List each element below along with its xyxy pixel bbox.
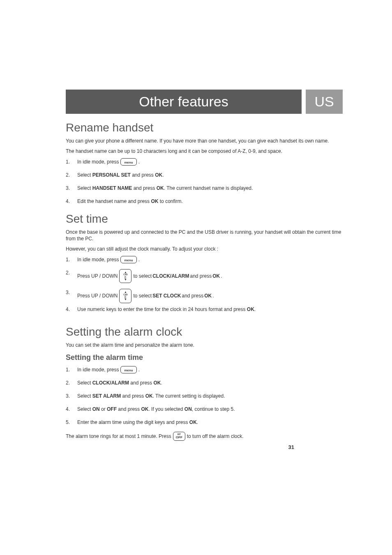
step-text: and press	[182, 292, 204, 299]
updown-key-icon: ▲ CID ▯ ▼	[119, 289, 131, 303]
ok-label: OK	[155, 172, 162, 178]
step-text: Select	[77, 185, 92, 191]
settime-step-2: Press UP / DOWN ▲ CID ▯ ▼ to select CLOC…	[66, 269, 343, 283]
ok-label: OK	[247, 306, 254, 312]
settime-step-1: In idle mode, press menu .	[66, 256, 343, 263]
rename-step-2: Select PERSONAL SET and press OK.	[66, 171, 343, 179]
alarm-footer: The alarm tone rings for at most 1 minut…	[66, 432, 343, 441]
step-text: and press	[129, 380, 153, 386]
settime-step-4: Use numeric keys to enter the time for t…	[66, 306, 343, 313]
step-text: to select	[133, 272, 152, 280]
step-text: , continue to step 5.	[192, 406, 235, 412]
footer-text: to turn off the alarm clock.	[187, 433, 244, 440]
step-text: and press	[132, 185, 156, 191]
alarm-step-2: Select CLOCK/ALARM and press OK.	[66, 379, 343, 387]
ok-label: OK	[151, 198, 158, 204]
menu-key-icon: menu	[120, 256, 136, 263]
step-text: Press UP / DOWN	[77, 292, 118, 299]
ok-label: OK	[141, 406, 148, 412]
step-text: .	[162, 172, 164, 178]
menu-item: SET CLOCK	[152, 292, 181, 299]
rename-step-3: Select HANDSET NAME and press OK. The cu…	[66, 184, 343, 192]
step-text: In idle mode, press	[77, 366, 119, 373]
alarm-step-4: Select ON or OFF and press OK. If you se…	[66, 405, 343, 413]
menu-item: PERSONAL SET	[92, 172, 131, 178]
rename-intro-1: You can give your phone a different name…	[66, 138, 343, 145]
off-label: OFF	[176, 436, 182, 439]
settime-step-3: Press UP / DOWN ▲ CID ▯ ▼ to select SET …	[66, 289, 343, 303]
step-text: Press UP / DOWN	[77, 272, 118, 280]
page-content: Other features US Rename handset You can…	[0, 0, 392, 469]
rename-intro-2: The handset name can be up to 10 charact…	[66, 148, 343, 155]
step-text: .	[254, 306, 256, 312]
step-text: Select	[77, 380, 92, 386]
step-text: .	[197, 419, 198, 425]
settime-steps: In idle mode, press menu . Press UP / DO…	[66, 256, 343, 313]
ok-label: OK	[204, 292, 212, 299]
step-text: Select	[77, 393, 92, 399]
menu-key-icon: menu	[120, 366, 136, 373]
menu-item: SET ALARM	[92, 393, 121, 399]
alarm-intro-1: You can set the alarm time and personali…	[66, 342, 343, 349]
footer-text: The alarm tone rings for at most 1 minut…	[66, 433, 171, 440]
step-text: and press	[190, 272, 212, 280]
alarm-step-3: Select SET ALARM and press OK. The curre…	[66, 392, 343, 400]
title-bar: Other features US	[66, 90, 343, 114]
off-key-icon: INT OFF	[173, 432, 185, 441]
step-text: Select	[77, 172, 92, 178]
ok-label: OK	[153, 380, 161, 386]
step-text: .	[161, 380, 162, 386]
step-text: .	[138, 366, 140, 373]
settime-intro-2: However, you can still adjust the clock …	[66, 246, 343, 253]
off-label: OFF	[107, 406, 117, 412]
step-text: . If you selected	[148, 406, 184, 412]
menu-key-icon: menu	[120, 158, 136, 166]
step-text: In idle mode, press	[77, 158, 119, 166]
step-text: and press	[121, 393, 145, 399]
region-badge: US	[306, 90, 343, 114]
ok-label: OK	[145, 393, 153, 399]
alarm-heading: Setting the alarm clock	[66, 325, 343, 339]
settime-intro-1: Once the base is powered up and connecte…	[66, 229, 343, 243]
rename-heading: Rename handset	[66, 121, 343, 134]
step-text: Select	[77, 406, 92, 412]
step-text: . The current setting is displayed.	[153, 393, 225, 399]
ok-label: OK	[157, 185, 164, 191]
step-text: to select	[133, 292, 152, 299]
ok-label: OK	[212, 272, 220, 280]
alarm-step-1: In idle mode, press menu .	[66, 366, 343, 373]
menu-item: HANDSET NAME	[92, 185, 132, 191]
step-text: or	[100, 406, 107, 412]
on-label: ON	[184, 406, 192, 412]
alarm-steps: In idle mode, press menu . Select CLOCK/…	[66, 366, 343, 426]
rename-step-4: Edit the handset name and press OK to co…	[66, 198, 343, 205]
menu-item: CLOCK/ALARM	[152, 272, 189, 280]
alarm-step-5: Enter the alarm time using the digit key…	[66, 419, 343, 426]
alarm-subheading: Setting the alarm time	[66, 353, 343, 362]
rename-steps: In idle mode, press menu . Select PERSON…	[66, 158, 343, 205]
step-text: .	[212, 292, 214, 299]
step-text: Enter the alarm time using the digit key…	[77, 419, 189, 425]
step-text: Use numeric keys to enter the time for t…	[77, 306, 247, 312]
on-label: ON	[92, 406, 100, 412]
chapter-title: Other features	[66, 90, 302, 114]
down-arrow-icon: ▼	[122, 298, 129, 301]
step-text: . The current handset name is displayed.	[164, 185, 253, 191]
step-text: .	[138, 158, 140, 166]
page-number: 31	[288, 444, 294, 450]
menu-item: CLOCK/ALARM	[92, 380, 129, 386]
step-text: .	[138, 256, 140, 263]
updown-key-icon: ▲ CID ▯ ▼	[119, 269, 131, 283]
settime-heading: Set time	[66, 212, 343, 226]
step-text: Edit the handset name and press	[77, 198, 151, 204]
step-text: .	[221, 272, 222, 280]
down-arrow-icon: ▼	[122, 279, 129, 281]
step-text: and press	[131, 172, 155, 178]
step-text: and press	[117, 406, 141, 412]
step-text: In idle mode, press	[77, 256, 119, 263]
rename-step-1: In idle mode, press menu .	[66, 158, 343, 166]
step-text: to confirm.	[158, 198, 182, 204]
ok-label: OK	[189, 419, 197, 425]
